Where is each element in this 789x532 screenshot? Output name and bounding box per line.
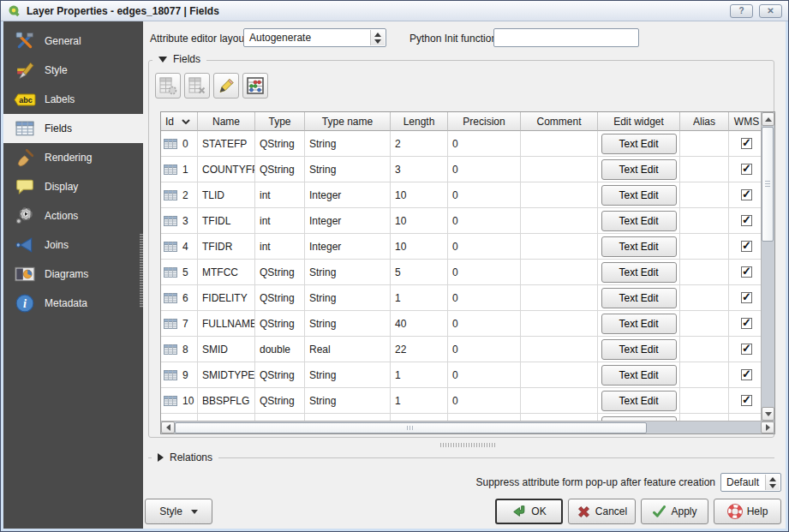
- length-cell[interactable]: 22: [391, 337, 448, 362]
- scroll-up-button[interactable]: [762, 112, 774, 126]
- table-row[interactable]: 7 FULLNAME QString String 40 0 Text Edit…: [161, 311, 761, 337]
- name-cell[interactable]: TFIDL: [198, 208, 255, 234]
- type-name-cell[interactable]: String: [305, 260, 391, 285]
- vertical-scrollbar-thumb[interactable]: [762, 127, 774, 242]
- comment-cell[interactable]: [521, 182, 598, 208]
- text-edit-button[interactable]: Text Edit: [601, 391, 677, 411]
- close-window-button[interactable]: ✕: [759, 4, 782, 18]
- wms-checkbox[interactable]: ✓: [741, 292, 752, 303]
- precision-cell[interactable]: [448, 414, 521, 421]
- python-init-input[interactable]: [493, 28, 639, 47]
- table-row[interactable]: ✓: [161, 414, 761, 421]
- type-cell[interactable]: QString: [255, 311, 305, 337]
- precision-cell[interactable]: 0: [448, 234, 521, 260]
- comment-cell[interactable]: [521, 362, 598, 388]
- type-cell[interactable]: int: [255, 208, 305, 234]
- sidebar-item-display[interactable]: Display: [3, 172, 143, 201]
- name-cell[interactable]: STATEFP: [198, 131, 255, 157]
- length-cell[interactable]: 10: [391, 208, 448, 234]
- horizontal-scrollbar[interactable]: [161, 421, 774, 433]
- id-cell[interactable]: 9: [161, 362, 198, 388]
- wms-checkbox[interactable]: ✓: [741, 318, 752, 329]
- type-name-cell[interactable]: String: [305, 157, 391, 182]
- type-name-cell[interactable]: Integer: [305, 234, 391, 260]
- alias-cell[interactable]: [680, 260, 729, 285]
- expand-arrow-icon[interactable]: [158, 453, 164, 462]
- length-cell[interactable]: 5: [391, 260, 448, 285]
- type-cell[interactable]: QString: [255, 388, 305, 414]
- help-window-button[interactable]: ?: [730, 4, 753, 18]
- alias-cell[interactable]: [680, 337, 729, 362]
- type-cell[interactable]: QString: [255, 260, 305, 285]
- sidebar-item-actions[interactable]: Actions: [3, 201, 143, 230]
- name-cell[interactable]: FULLNAME: [198, 311, 255, 337]
- precision-cell[interactable]: 0: [448, 260, 521, 285]
- sidebar-item-style[interactable]: Style: [3, 56, 143, 85]
- wms-checkbox[interactable]: ✓: [741, 215, 752, 226]
- alias-cell[interactable]: [680, 234, 729, 260]
- column-header-name[interactable]: Name: [198, 112, 255, 131]
- wms-checkbox[interactable]: ✓: [741, 266, 752, 278]
- table-row[interactable]: 1 COUNTYFP QString String 3 0 Text Edit …: [161, 157, 761, 182]
- column-header-wms[interactable]: WMS: [729, 112, 761, 131]
- precision-cell[interactable]: 0: [448, 388, 521, 414]
- type-name-cell[interactable]: Real: [305, 337, 391, 362]
- alias-cell[interactable]: [680, 362, 729, 388]
- alias-cell[interactable]: [680, 157, 729, 182]
- table-row[interactable]: 8 SMID double Real 22 0 Text Edit ✓: [161, 337, 761, 362]
- precision-cell[interactable]: 0: [448, 182, 521, 208]
- table-row[interactable]: 3 TFIDL int Integer 10 0 Text Edit ✓: [161, 208, 761, 234]
- id-cell[interactable]: 6: [161, 285, 198, 311]
- comment-cell[interactable]: [521, 131, 598, 157]
- table-row[interactable]: 6 FIDELITY QString String 1 0 Text Edit …: [161, 285, 761, 311]
- horizontal-scrollbar-thumb[interactable]: [175, 422, 647, 433]
- type-name-cell[interactable]: String: [305, 131, 391, 157]
- type-cell[interactable]: double: [255, 337, 305, 362]
- precision-cell[interactable]: 0: [448, 157, 521, 182]
- text-edit-button[interactable]: Text Edit: [601, 339, 677, 360]
- wms-checkbox[interactable]: ✓: [741, 369, 752, 380]
- type-name-cell[interactable]: [305, 414, 391, 421]
- text-edit-button[interactable]: Text Edit: [601, 288, 677, 308]
- name-cell[interactable]: TLID: [198, 182, 255, 208]
- alias-cell[interactable]: [680, 285, 729, 311]
- alias-cell[interactable]: [680, 414, 729, 421]
- wms-checkbox[interactable]: ✓: [741, 138, 752, 149]
- comment-cell[interactable]: [521, 414, 598, 421]
- type-cell[interactable]: int: [255, 234, 305, 260]
- id-cell[interactable]: 3: [161, 208, 198, 234]
- sidebar-item-general[interactable]: General: [3, 27, 143, 56]
- alias-cell[interactable]: [680, 131, 729, 157]
- text-edit-button[interactable]: Text Edit: [601, 365, 677, 386]
- type-name-cell[interactable]: String: [305, 285, 391, 311]
- type-cell[interactable]: int: [255, 182, 305, 208]
- length-cell[interactable]: 10: [391, 182, 448, 208]
- precision-cell[interactable]: 0: [448, 337, 521, 362]
- type-name-cell[interactable]: Integer: [305, 208, 391, 234]
- column-header-type[interactable]: Type: [255, 112, 305, 131]
- alias-cell[interactable]: [680, 388, 729, 414]
- name-cell[interactable]: TFIDR: [198, 234, 255, 260]
- delete-column-button[interactable]: [184, 73, 210, 99]
- comment-cell[interactable]: [521, 337, 598, 362]
- comment-cell[interactable]: [521, 311, 598, 337]
- text-edit-button[interactable]: Text Edit: [601, 314, 677, 334]
- scroll-left-button[interactable]: [161, 421, 175, 433]
- name-cell[interactable]: COUNTYFP: [198, 157, 255, 182]
- title-bar[interactable]: Layer Properties - edges_18077 | Fields …: [1, 1, 788, 21]
- type-cell[interactable]: QString: [255, 131, 305, 157]
- ok-button[interactable]: OK: [495, 499, 563, 524]
- spinner-arrows-icon[interactable]: [370, 30, 385, 45]
- id-cell[interactable]: 0: [161, 131, 198, 157]
- text-edit-button[interactable]: Text Edit: [601, 185, 677, 206]
- sidebar-item-joins[interactable]: Joins: [3, 230, 143, 260]
- table-row[interactable]: 10 BBSPFLG QString String 1 0 Text Edit …: [161, 388, 761, 414]
- name-cell[interactable]: SMID: [198, 337, 255, 362]
- column-header-type-name[interactable]: Type name: [305, 112, 391, 131]
- sidebar-item-labels[interactable]: abc Labels: [3, 85, 143, 114]
- id-cell[interactable]: 4: [161, 234, 198, 260]
- scroll-down-button[interactable]: [762, 407, 774, 421]
- id-cell[interactable]: 5: [161, 260, 198, 285]
- text-edit-button[interactable]: Text Edit: [601, 236, 677, 257]
- column-header-length[interactable]: Length: [391, 112, 448, 131]
